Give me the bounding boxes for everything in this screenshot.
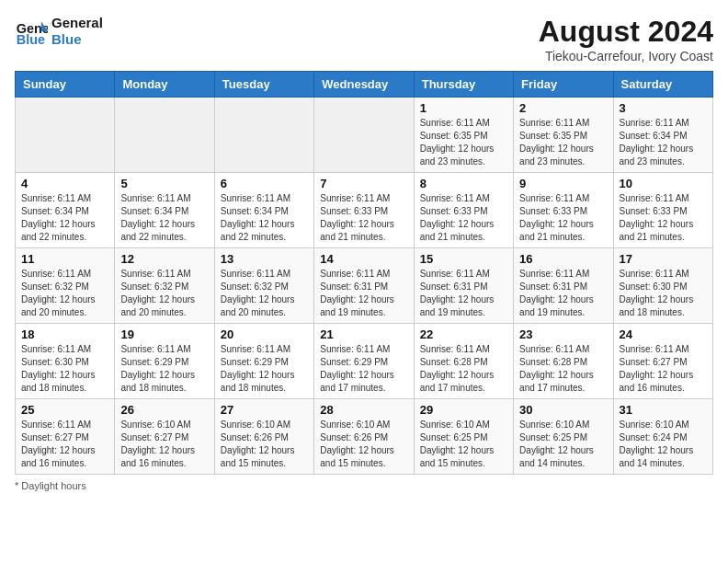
day-number: 23	[519, 327, 607, 341]
logo: General Blue General Blue	[15, 15, 103, 48]
day-cell: 14Sunrise: 6:11 AMSunset: 6:31 PMDayligh…	[314, 248, 414, 324]
day-cell: 11Sunrise: 6:11 AMSunset: 6:32 PMDayligh…	[16, 248, 115, 324]
title-area: August 2024 Tiekou-Carrefour, Ivory Coas…	[539, 15, 713, 63]
day-number: 17	[620, 252, 707, 266]
footer-note: * Daylight hours	[15, 480, 713, 491]
day-number: 3	[620, 101, 707, 115]
day-info: Sunrise: 6:10 AMSunset: 6:24 PMDaylight:…	[620, 419, 707, 470]
day-info: Sunrise: 6:11 AMSunset: 6:34 PMDaylight:…	[221, 192, 308, 244]
day-number: 27	[221, 403, 308, 417]
day-cell: 17Sunrise: 6:11 AMSunset: 6:30 PMDayligh…	[613, 248, 712, 324]
day-cell: 18Sunrise: 6:11 AMSunset: 6:30 PMDayligh…	[16, 324, 115, 399]
col-header-tuesday: Tuesday	[214, 72, 313, 98]
day-number: 2	[519, 101, 607, 115]
logo-general: General	[51, 15, 103, 31]
col-header-sunday: Sunday	[16, 72, 115, 98]
day-info: Sunrise: 6:11 AMSunset: 6:29 PMDaylight:…	[120, 343, 208, 395]
day-cell: 3Sunrise: 6:11 AMSunset: 6:34 PMDaylight…	[613, 98, 712, 173]
logo-blue: Blue	[51, 31, 103, 48]
col-header-monday: Monday	[115, 72, 214, 98]
day-cell: 21Sunrise: 6:11 AMSunset: 6:29 PMDayligh…	[314, 324, 414, 399]
header: General Blue General Blue August 2024 Ti…	[15, 15, 713, 63]
logo-icon: General Blue	[15, 15, 48, 48]
day-cell: 31Sunrise: 6:10 AMSunset: 6:24 PMDayligh…	[613, 399, 712, 475]
day-info: Sunrise: 6:11 AMSunset: 6:29 PMDaylight:…	[320, 343, 407, 395]
week-row-5: 25Sunrise: 6:11 AMSunset: 6:27 PMDayligh…	[16, 399, 713, 475]
day-number: 26	[120, 403, 208, 417]
day-cell: 19Sunrise: 6:11 AMSunset: 6:29 PMDayligh…	[115, 324, 214, 399]
day-number: 6	[221, 177, 308, 190]
day-info: Sunrise: 6:10 AMSunset: 6:25 PMDaylight:…	[420, 419, 507, 470]
day-number: 11	[21, 252, 108, 266]
day-info: Sunrise: 6:11 AMSunset: 6:33 PMDaylight:…	[519, 192, 607, 244]
day-number: 28	[320, 403, 407, 417]
day-cell: 22Sunrise: 6:11 AMSunset: 6:28 PMDayligh…	[414, 324, 513, 399]
day-cell	[314, 98, 414, 173]
day-number: 29	[420, 403, 507, 417]
day-number: 30	[519, 403, 607, 417]
col-header-wednesday: Wednesday	[314, 72, 414, 98]
day-cell: 1Sunrise: 6:11 AMSunset: 6:35 PMDaylight…	[414, 98, 513, 173]
day-info: Sunrise: 6:10 AMSunset: 6:25 PMDaylight:…	[519, 419, 607, 470]
day-info: Sunrise: 6:11 AMSunset: 6:32 PMDaylight:…	[120, 268, 208, 319]
day-info: Sunrise: 6:11 AMSunset: 6:34 PMDaylight:…	[120, 192, 208, 244]
day-cell	[214, 98, 313, 173]
day-number: 13	[221, 252, 308, 266]
day-cell: 27Sunrise: 6:10 AMSunset: 6:26 PMDayligh…	[214, 399, 313, 475]
day-cell: 28Sunrise: 6:10 AMSunset: 6:26 PMDayligh…	[314, 399, 414, 475]
day-cell: 2Sunrise: 6:11 AMSunset: 6:35 PMDaylight…	[514, 98, 613, 173]
calendar-header-row: SundayMondayTuesdayWednesdayThursdayFrid…	[16, 72, 713, 98]
day-number: 15	[420, 252, 507, 266]
month-year: August 2024	[539, 15, 713, 49]
day-number: 12	[120, 252, 208, 266]
day-cell: 10Sunrise: 6:11 AMSunset: 6:33 PMDayligh…	[613, 173, 712, 248]
day-info: Sunrise: 6:10 AMSunset: 6:26 PMDaylight:…	[320, 419, 407, 470]
day-info: Sunrise: 6:11 AMSunset: 6:30 PMDaylight:…	[620, 268, 707, 319]
day-cell	[115, 98, 214, 173]
day-info: Sunrise: 6:11 AMSunset: 6:31 PMDaylight:…	[519, 268, 607, 319]
day-number: 4	[21, 177, 108, 190]
day-info: Sunrise: 6:11 AMSunset: 6:34 PMDaylight:…	[620, 117, 707, 168]
day-number: 19	[120, 327, 208, 341]
svg-text:Blue: Blue	[17, 32, 45, 47]
day-info: Sunrise: 6:11 AMSunset: 6:31 PMDaylight:…	[320, 268, 407, 319]
day-cell: 23Sunrise: 6:11 AMSunset: 6:28 PMDayligh…	[514, 324, 613, 399]
calendar: SundayMondayTuesdayWednesdayThursdayFrid…	[15, 71, 713, 475]
week-row-4: 18Sunrise: 6:11 AMSunset: 6:30 PMDayligh…	[16, 324, 713, 399]
day-cell	[16, 98, 115, 173]
col-header-saturday: Saturday	[613, 72, 712, 98]
day-cell: 7Sunrise: 6:11 AMSunset: 6:33 PMDaylight…	[314, 173, 414, 248]
day-number: 5	[120, 177, 208, 190]
col-header-thursday: Thursday	[414, 72, 513, 98]
day-cell: 9Sunrise: 6:11 AMSunset: 6:33 PMDaylight…	[514, 173, 613, 248]
day-info: Sunrise: 6:11 AMSunset: 6:33 PMDaylight:…	[320, 192, 407, 244]
day-cell: 26Sunrise: 6:10 AMSunset: 6:27 PMDayligh…	[115, 399, 214, 475]
day-number: 31	[620, 403, 707, 417]
day-cell: 5Sunrise: 6:11 AMSunset: 6:34 PMDaylight…	[115, 173, 214, 248]
day-cell: 30Sunrise: 6:10 AMSunset: 6:25 PMDayligh…	[514, 399, 613, 475]
day-number: 18	[21, 327, 108, 341]
day-number: 25	[21, 403, 108, 417]
day-number: 1	[420, 101, 507, 115]
day-cell: 12Sunrise: 6:11 AMSunset: 6:32 PMDayligh…	[115, 248, 214, 324]
day-number: 10	[620, 177, 707, 190]
day-cell: 13Sunrise: 6:11 AMSunset: 6:32 PMDayligh…	[214, 248, 313, 324]
day-cell: 25Sunrise: 6:11 AMSunset: 6:27 PMDayligh…	[16, 399, 115, 475]
day-cell: 29Sunrise: 6:10 AMSunset: 6:25 PMDayligh…	[414, 399, 513, 475]
week-row-3: 11Sunrise: 6:11 AMSunset: 6:32 PMDayligh…	[16, 248, 713, 324]
day-info: Sunrise: 6:11 AMSunset: 6:35 PMDaylight:…	[420, 117, 507, 168]
day-cell: 4Sunrise: 6:11 AMSunset: 6:34 PMDaylight…	[16, 173, 115, 248]
day-cell: 20Sunrise: 6:11 AMSunset: 6:29 PMDayligh…	[214, 324, 313, 399]
day-cell: 6Sunrise: 6:11 AMSunset: 6:34 PMDaylight…	[214, 173, 313, 248]
week-row-1: 1Sunrise: 6:11 AMSunset: 6:35 PMDaylight…	[16, 98, 713, 173]
day-info: Sunrise: 6:11 AMSunset: 6:27 PMDaylight:…	[620, 343, 707, 395]
day-info: Sunrise: 6:11 AMSunset: 6:32 PMDaylight:…	[221, 268, 308, 319]
day-number: 8	[420, 177, 507, 190]
day-number: 9	[519, 177, 607, 190]
day-cell: 8Sunrise: 6:11 AMSunset: 6:33 PMDaylight…	[414, 173, 513, 248]
day-info: Sunrise: 6:11 AMSunset: 6:29 PMDaylight:…	[221, 343, 308, 395]
day-info: Sunrise: 6:11 AMSunset: 6:32 PMDaylight:…	[21, 268, 108, 319]
col-header-friday: Friday	[514, 72, 613, 98]
day-info: Sunrise: 6:11 AMSunset: 6:28 PMDaylight:…	[420, 343, 507, 395]
day-info: Sunrise: 6:11 AMSunset: 6:31 PMDaylight:…	[420, 268, 507, 319]
